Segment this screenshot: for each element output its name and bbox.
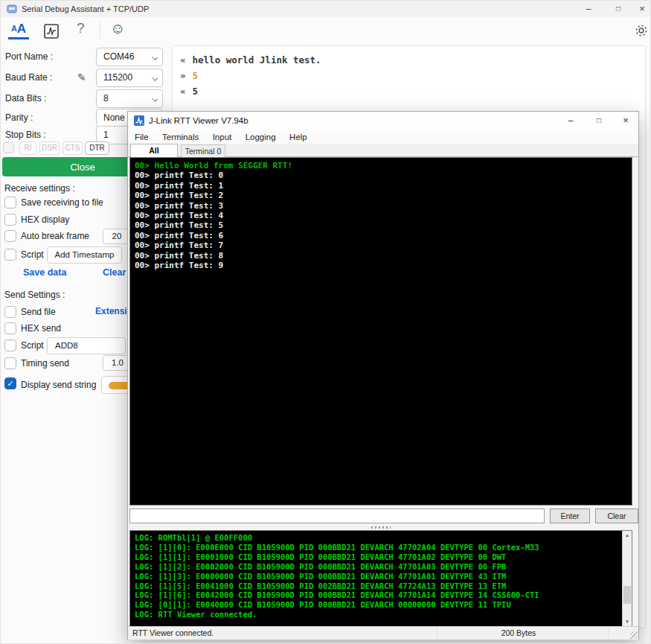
rtt-send-input[interactable]: [129, 508, 545, 523]
rtt-viewer-window: J-Link RTT Viewer V7.94b – □ × File Term…: [127, 111, 639, 640]
resize-grip[interactable]: [630, 631, 638, 639]
terminal-line: 00> printf Test: 2: [135, 191, 627, 200]
hex-send-label: HEX send: [21, 322, 61, 335]
send-file-label: Send file: [21, 306, 56, 319]
auto-break-checkbox[interactable]: [4, 230, 16, 242]
terminal-line: 00> printf Test: 4: [135, 211, 627, 220]
data-bits-select[interactable]: 8: [96, 89, 163, 108]
display-send-string-checkbox[interactable]: ✓: [4, 377, 16, 389]
main-maximize-button[interactable]: □: [606, 1, 630, 17]
waveform-display-icon[interactable]: [43, 23, 60, 42]
port-name-value: COM46: [103, 51, 134, 62]
parity-label: Parity :: [5, 109, 33, 127]
rx-prefix: «: [180, 86, 186, 97]
terminal-line: 00> printf Test: 1: [135, 181, 627, 191]
rx-prefix: »: [180, 70, 186, 81]
rtt-minimize-button[interactable]: –: [558, 112, 583, 130]
port-name-label: Port Name :: [5, 48, 53, 66]
chevron-down-icon: [152, 75, 158, 81]
display-send-string-label: Display send string: [21, 379, 96, 392]
data-bits-label: Data Bits :: [5, 89, 46, 108]
status-bytes: 200 Bytes: [440, 627, 597, 640]
dsr-button[interactable]: DSR: [39, 141, 60, 155]
timing-send-checkbox[interactable]: [4, 357, 16, 369]
tab-terminal-0[interactable]: Terminal 0: [181, 144, 225, 157]
terminal-line: 00> printf Test: 9: [135, 261, 627, 270]
tab-all-terminals[interactable]: All Terminals: [130, 144, 178, 157]
chevron-down-icon: [152, 54, 158, 60]
baud-rate-select[interactable]: 115200: [96, 68, 163, 87]
status-divider: [437, 628, 437, 638]
rtt-log-panel: LOG: ROMTbl[1] @ E00FF000 LOG: [1][0]: E…: [129, 530, 632, 627]
menu-logging[interactable]: Logging: [240, 130, 281, 144]
hex-display-checkbox[interactable]: [4, 214, 16, 226]
log-line: LOG: [1][5]: E0041000 CID B105900D PID 0…: [135, 581, 617, 591]
rtt-menubar: File Terminals Input Logging Help: [128, 130, 638, 144]
save-data-link[interactable]: Save data: [23, 267, 66, 278]
log-line: LOG: [1][0]: E000E000 CID B105900D PID 0…: [135, 543, 617, 552]
scrollbar-thumb[interactable]: [623, 586, 631, 604]
menu-file[interactable]: File: [129, 130, 154, 144]
jlink-icon: [134, 115, 144, 129]
font-large-glyph: A: [17, 22, 26, 36]
send-script-input[interactable]: ADD8: [47, 337, 126, 354]
help-icon[interactable]: ?: [77, 20, 85, 36]
scroll-up-icon[interactable]: ▲: [623, 531, 632, 540]
pen-edit-icon[interactable]: ✎: [77, 71, 86, 83]
smiley-about-icon[interactable]: ☺: [110, 20, 125, 37]
main-close-button[interactable]: ×: [630, 1, 651, 17]
scroll-down-icon[interactable]: ▼: [623, 617, 632, 626]
rtt-tabbar: All Terminals Terminal 0: [128, 144, 638, 157]
rtt-titlebar: J-Link RTT Viewer V7.94b – □ ×: [128, 112, 638, 130]
menu-help[interactable]: Help: [284, 130, 312, 144]
receive-script-checkbox[interactable]: [4, 249, 16, 261]
log-line: LOG: [1][1]: E0001000 CID B105900D PID 0…: [135, 552, 617, 562]
rx-line: »5: [180, 68, 638, 83]
clear-receive-link[interactable]: Clear: [103, 267, 126, 278]
log-line: LOG: [1][2]: E0002000 CID B105900D PID 0…: [135, 562, 617, 572]
terminal-line: 00> printf Test: 3: [135, 201, 627, 211]
save-receiving-checkbox[interactable]: [4, 197, 16, 208]
rx-line: «hello world Jlink test.: [180, 52, 638, 68]
cts-button[interactable]: CTS: [62, 141, 83, 155]
log-scrollbar[interactable]: ▲ ▼: [622, 531, 632, 626]
enter-button[interactable]: Enter: [550, 508, 590, 523]
hex-send-checkbox[interactable]: [4, 322, 16, 334]
rx-text-sent: 5: [193, 70, 199, 81]
desktop: Serial Debug Assistant + TCP/UDP – □ × A…: [0, 0, 651, 644]
hex-display-label: HEX display: [21, 214, 69, 226]
rtt-close-button[interactable]: ×: [613, 112, 638, 130]
app-icon: [7, 4, 17, 17]
terminal-line: 00> printf Test: 6: [135, 231, 627, 240]
ri-button[interactable]: RI: [19, 141, 36, 155]
terminal-line: 00> printf Test: 8: [135, 251, 627, 261]
rtt-statusbar: RTT Viewer connected. 200 Bytes: [128, 626, 638, 640]
chevron-down-icon: [152, 96, 158, 102]
baud-rate-label: Baud Rate :: [5, 68, 52, 87]
auto-break-label: Auto break frame: [21, 230, 89, 243]
menu-terminals[interactable]: Terminals: [157, 130, 204, 144]
rtt-maximize-button[interactable]: □: [586, 112, 612, 130]
rx-prefix: «: [180, 54, 186, 66]
data-bits-value: 8: [103, 93, 109, 103]
gear-icon[interactable]: [634, 23, 649, 41]
log-line: LOG: RTT Viewer connected.: [135, 610, 617, 619]
main-minimize-button[interactable]: –: [577, 1, 600, 17]
receive-script-input[interactable]: Add Timestamp: [47, 246, 122, 264]
port-name-select[interactable]: COM46: [96, 48, 163, 66]
rtt-log-output: LOG: ROMTbl[1] @ E00FF000 LOG: [1][0]: E…: [130, 531, 621, 626]
terminal-line: 00> printf Test: 7: [135, 240, 627, 250]
timing-send-label: Timing send: [21, 357, 69, 370]
menu-input[interactable]: Input: [208, 130, 237, 144]
splitter-handle[interactable]: [129, 525, 632, 530]
log-line: LOG: ROMTbl[1] @ E00FF000: [135, 533, 617, 543]
send-script-checkbox[interactable]: [4, 339, 16, 351]
send-file-checkbox[interactable]: [4, 306, 16, 318]
dtr-button[interactable]: DTR: [85, 141, 109, 155]
baud-rate-value: 115200: [103, 72, 132, 83]
main-titlebar: Serial Debug Assistant + TCP/UDP – □ ×: [1, 1, 651, 17]
flow-control-checkbox[interactable]: [3, 142, 14, 153]
status-divider: [608, 628, 609, 638]
clear-button[interactable]: Clear: [595, 508, 638, 523]
font-settings-icon[interactable]: AA: [8, 22, 29, 39]
